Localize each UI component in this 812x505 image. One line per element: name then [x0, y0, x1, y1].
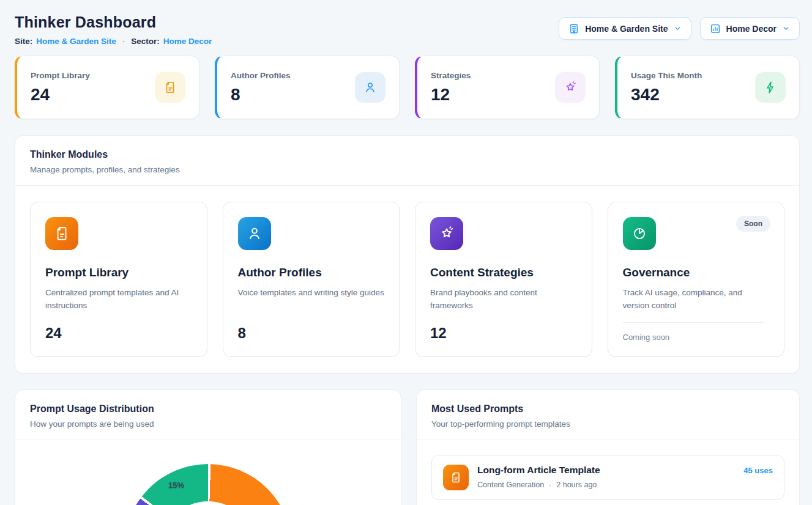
module-title: Author Profiles: [238, 266, 385, 279]
module-title: Governance: [623, 266, 770, 279]
module-description: Voice templates and writing style guides: [238, 287, 385, 300]
document-icon: [45, 217, 78, 250]
site-link[interactable]: Home & Garden Site: [36, 37, 116, 46]
prompt-name: Long-form Article Template: [477, 465, 735, 476]
most-used-subtitle: Your top-performing prompt templates: [431, 419, 784, 429]
module-description: Brand playbooks and content frameworks: [430, 287, 577, 312]
page-header: Thinker Dashboard Site: Home & Garden Si…: [15, 13, 800, 46]
chevron-down-icon: [782, 24, 790, 32]
stat-label: Strategies: [431, 71, 471, 80]
sector-link[interactable]: Home Decor: [163, 37, 212, 46]
prompt-uses-count: 45 uses: [743, 466, 773, 475]
module-card-content-strategies[interactable]: Content Strategies Brand playbooks and c…: [415, 202, 592, 357]
usage-chart-subtitle: How your prompts are being used: [30, 419, 386, 429]
stat-card-usage: Usage This Month 342: [615, 56, 800, 119]
stat-card-strategies: Strategies 12: [415, 56, 600, 119]
page-title: Thinker Dashboard: [15, 13, 212, 31]
stat-value: 342: [631, 85, 702, 105]
modules-title: Thinker Modules: [30, 149, 784, 160]
modules-subtitle: Manage prompts, profiles, and strategies: [30, 165, 784, 174]
building-icon: [568, 23, 579, 34]
separator-dot: ·: [122, 37, 125, 46]
pie-chart-icon: [623, 217, 656, 250]
donut-chart[interactable]: [124, 464, 292, 505]
sparkle-star-icon: [555, 72, 586, 103]
separator-dot: ·: [549, 481, 551, 489]
module-card-author-profiles[interactable]: Author Profiles Voice templates and writ…: [223, 202, 400, 357]
usage-chart-title: Prompt Usage Distribution: [30, 404, 386, 415]
sparkle-star-icon: [430, 217, 463, 250]
prompt-time: 2 hours ago: [556, 481, 597, 489]
breadcrumb: Site: Home & Garden Site · Sector: Home …: [15, 37, 212, 46]
donut-chart-area: 15%: [15, 440, 401, 505]
prompt-category: Content Generation: [477, 481, 544, 489]
module-card-governance[interactable]: Soon Governance Track AI usage, complian…: [608, 202, 785, 357]
stat-value: 8: [231, 85, 291, 105]
stat-value: 12: [431, 85, 471, 105]
prompt-usage-card: Prompt Usage Distribution How your promp…: [15, 389, 401, 505]
chevron-down-icon: [674, 24, 682, 32]
module-title: Content Strategies: [430, 266, 577, 279]
site-selector-label: Home & Garden Site: [585, 24, 668, 34]
document-icon: [155, 72, 185, 103]
donut-slice-label: 15%: [168, 481, 184, 490]
module-description: Track AI usage, compliance, and version …: [623, 287, 770, 312]
sector-selector-label: Home Decor: [726, 24, 777, 34]
sector-selector-button[interactable]: Home Decor: [700, 17, 800, 40]
user-icon: [238, 217, 271, 250]
module-title: Prompt Library: [45, 266, 192, 279]
module-count: 24: [45, 325, 192, 342]
lightning-icon: [755, 72, 786, 103]
bar-chart-icon: [710, 23, 721, 34]
most-used-prompts-card: Most Used Prompts Your top-performing pr…: [416, 389, 800, 505]
stat-label: Prompt Library: [31, 71, 90, 80]
donut-hole: [162, 501, 255, 505]
most-used-title: Most Used Prompts: [431, 404, 784, 415]
prompt-list-item[interactable]: Long-form Article Template Content Gener…: [431, 455, 784, 500]
site-label: Site:: [15, 37, 32, 46]
module-count: 8: [238, 325, 385, 342]
soon-badge: Soon: [736, 216, 770, 232]
stat-card-author-profiles: Author Profiles 8: [215, 56, 400, 119]
thinker-modules-panel: Thinker Modules Manage prompts, profiles…: [15, 135, 800, 374]
stat-value: 24: [31, 85, 90, 105]
sector-label: Sector:: [131, 37, 160, 46]
dashboard-page: Thinker Dashboard Site: Home & Garden Si…: [0, 0, 812, 505]
site-selector-button[interactable]: Home & Garden Site: [559, 17, 691, 40]
stats-row: Prompt Library 24 Author Profiles 8 Stra…: [15, 56, 800, 119]
module-description: Centralized prompt templates and AI inst…: [45, 287, 192, 312]
module-card-prompt-library[interactable]: Prompt Library Centralized prompt templa…: [30, 202, 207, 357]
stat-card-prompt-library: Prompt Library 24: [15, 56, 199, 119]
module-count: 12: [430, 325, 577, 342]
user-icon: [355, 72, 386, 103]
stat-label: Author Profiles: [231, 71, 291, 80]
stat-label: Usage This Month: [631, 71, 702, 80]
coming-soon-text: Coming soon: [623, 333, 770, 342]
document-icon: [443, 465, 469, 490]
divider: [623, 322, 764, 323]
